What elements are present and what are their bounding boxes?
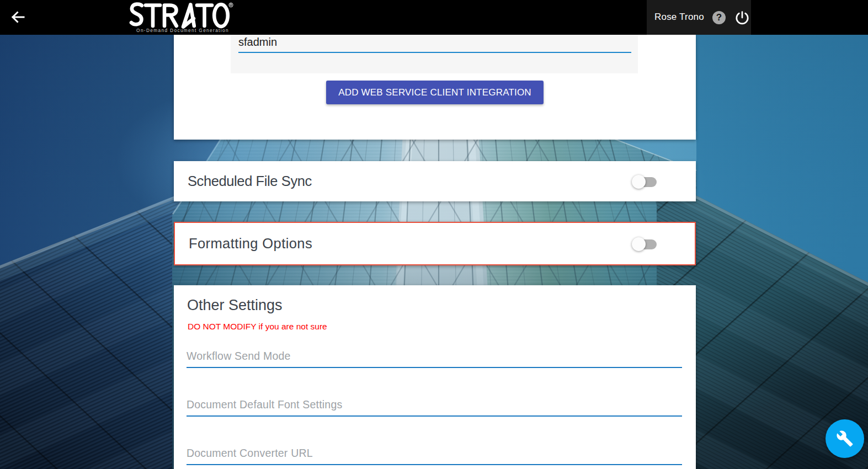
svg-text:On-Demand Document Generation: On-Demand Document Generation [136,28,229,33]
